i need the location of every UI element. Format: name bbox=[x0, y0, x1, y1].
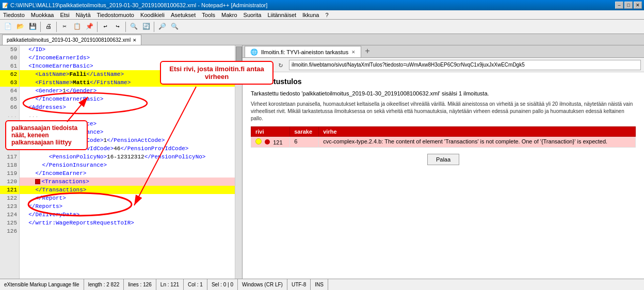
code-line-126 bbox=[20, 227, 235, 235]
line-num-60: 60 bbox=[0, 54, 19, 62]
zoom-in-button[interactable]: 🔎 bbox=[156, 21, 168, 33]
status-encoding: UTF-8 bbox=[287, 279, 311, 290]
code-line-62: <LastName>Falli</LastName> bbox=[20, 70, 235, 78]
code-line-113: <PensionInsurance> bbox=[20, 120, 235, 128]
code-line-121: </Transactions> bbox=[20, 186, 235, 194]
replace-button[interactable]: 🔄 bbox=[140, 21, 152, 33]
browser-tab-title: Ilmoitin.fi: TYVI-aineiston tarkastus bbox=[261, 49, 348, 55]
editor-panel: 59 60 61 62 63 64 65 66 ... 113 114 115 … bbox=[0, 45, 243, 279]
menu-tiedosto[interactable]: Tiedosto bbox=[0, 11, 28, 19]
open-button[interactable]: 📂 bbox=[14, 21, 26, 33]
menu-liitannaiset[interactable]: Liitännäiset bbox=[264, 11, 299, 19]
status-length: length : 2 822 bbox=[84, 279, 124, 290]
browser-panel: 🌐 Ilmoitin.fi: TYVI-aineiston tarkastus … bbox=[243, 45, 644, 279]
new-button[interactable]: 📄 bbox=[2, 21, 13, 33]
menu-bar: Tiedosto Muokkaa Etsi Näytä Tiedostomuot… bbox=[0, 10, 644, 20]
result-summary: Tarkastettu tiedosto 'palkkatietoilmoitu… bbox=[251, 90, 636, 98]
menu-nayta[interactable]: Näytä bbox=[73, 11, 94, 19]
restore-button[interactable]: □ bbox=[624, 2, 633, 9]
line-num-118: 118 bbox=[0, 161, 19, 169]
line-num-125: 125 bbox=[0, 219, 19, 227]
browser-address-bar[interactable] bbox=[289, 60, 641, 70]
browser-favicon: 🌐 bbox=[250, 49, 258, 56]
table-cell-sarake: 6 bbox=[290, 137, 319, 148]
undo-button[interactable]: ↩ bbox=[100, 21, 111, 33]
browser-toolbar: ← → ↻ bbox=[243, 58, 644, 72]
browser-tab-close[interactable]: ✕ bbox=[351, 50, 356, 55]
yellow-dot-icon bbox=[255, 138, 262, 144]
browser-active-tab[interactable]: 🌐 Ilmoitin.fi: TYVI-aineiston tarkastus … bbox=[245, 46, 361, 57]
minimize-button[interactable]: – bbox=[615, 2, 623, 9]
code-area[interactable]: </ID> </IncomeEarnerIds> <IncomeEarnerBa… bbox=[20, 45, 235, 279]
table-header-virhe: virhe bbox=[319, 127, 636, 137]
menu-etsi[interactable]: Etsi bbox=[57, 11, 72, 19]
status-lines: lines : 126 bbox=[124, 279, 156, 290]
table-header-sarake: sarake bbox=[290, 127, 319, 137]
line-num-126: 126 bbox=[0, 227, 19, 235]
code-line-66: <Addresses> bbox=[20, 103, 235, 111]
window-title: C:\WINPL\MALL19\palkkatietoilmoitus_2019… bbox=[10, 2, 267, 8]
print-button[interactable]: 🖨 bbox=[43, 21, 54, 33]
editor-tab-label: palkkatietoilmoitus_2019-01-30_201910081… bbox=[7, 37, 131, 43]
line-num-65: 65 bbox=[0, 95, 19, 103]
status-filetype: eXtensible Markup Language file bbox=[0, 279, 84, 290]
toolbar: 📄 📂 💾 🖨 ✂ 📋 📌 ↩ ↪ 🔍 🔄 🔎 🔍 bbox=[0, 20, 644, 34]
toolbar-separator-1 bbox=[40, 22, 41, 32]
scrollbar-thumb[interactable] bbox=[236, 46, 242, 62]
code-line-118: </PensionInsurance> bbox=[20, 161, 235, 169]
line-num-120: 120 bbox=[0, 178, 19, 186]
find-button[interactable]: 🔍 bbox=[128, 21, 139, 33]
status-ln: Ln : 121 bbox=[156, 279, 184, 290]
menu-tools[interactable]: Tools bbox=[199, 11, 218, 19]
line-num-114: 114 bbox=[0, 128, 19, 136]
line-num-63: 63 bbox=[0, 78, 19, 87]
toolbar-separator-5 bbox=[154, 22, 154, 32]
menu-suorita[interactable]: Suorita bbox=[240, 11, 265, 19]
result-description: Virheet korostetaan punaisella, huomautu… bbox=[251, 101, 636, 122]
table-cell-rivi: 121 bbox=[251, 137, 290, 148]
menu-asetukset[interactable]: Asetukset bbox=[168, 11, 199, 19]
line-num-59: 59 bbox=[0, 45, 19, 54]
code-line-120: <Transactions> bbox=[20, 178, 235, 186]
editor-tab-file[interactable]: palkkatietoilmoitus_2019-01-30_201910081… bbox=[2, 35, 141, 45]
menu-help[interactable]: ? bbox=[322, 11, 331, 19]
palaa-button[interactable]: Palaa bbox=[427, 154, 459, 165]
code-line-114: <PensionInsurance> bbox=[20, 128, 235, 136]
code-line-123: </Reports> bbox=[20, 202, 235, 211]
line-num-117: 117 bbox=[0, 153, 19, 161]
editor-tab-bar: palkkatietoilmoitus_2019-01-30_201910081… bbox=[0, 34, 644, 45]
browser-forward-button[interactable]: → bbox=[260, 59, 272, 71]
cut-button[interactable]: ✂ bbox=[59, 21, 70, 33]
line-num-113: 113 bbox=[0, 120, 19, 128]
paste-button[interactable]: 📌 bbox=[84, 21, 95, 33]
zoom-out-button[interactable]: 🔍 bbox=[169, 21, 180, 33]
redo-button[interactable]: ↪ bbox=[112, 21, 123, 33]
code-line-115: <PensionActCode>1</PensionActCode> bbox=[20, 136, 235, 144]
browser-refresh-button[interactable]: ↻ bbox=[275, 59, 287, 71]
toolbar-separator-3 bbox=[97, 22, 98, 32]
menu-koodikieli[interactable]: Koodikieli bbox=[137, 11, 168, 19]
table-cell-virhe: cvc-complex-type.2.4.b: The content of e… bbox=[319, 137, 636, 148]
code-line-125: </wrtir:WageReportsRequestToIR> bbox=[20, 219, 235, 227]
browser-new-tab-button[interactable]: + bbox=[361, 46, 374, 57]
status-sel: Sel : 0 | 0 bbox=[207, 279, 238, 290]
status-bar: eXtensible Markup Language file length :… bbox=[0, 279, 644, 290]
menu-makro[interactable]: Makro bbox=[218, 11, 240, 19]
line-num-124: 124 bbox=[0, 211, 19, 219]
close-button[interactable]: ✕ bbox=[634, 2, 642, 9]
code-line-117: <PensionPolicyNo>16-12312312</PensionPol… bbox=[20, 153, 235, 161]
menu-tiedostomuoto[interactable]: Tiedostomuoto bbox=[94, 11, 137, 19]
line-num-122: 122 bbox=[0, 194, 19, 202]
main-content: 59 60 61 62 63 64 65 66 ... 113 114 115 … bbox=[0, 45, 644, 279]
copy-button[interactable]: 📋 bbox=[71, 21, 83, 33]
editor-tab-close[interactable]: ✕ bbox=[133, 38, 137, 43]
code-line-122: </Report> bbox=[20, 194, 235, 202]
error-table: rivi sarake virhe 121 6 cvc-complex-type… bbox=[251, 126, 636, 148]
menu-ikkuna[interactable]: Ikkuna bbox=[299, 11, 322, 19]
status-col: Col : 1 bbox=[184, 279, 207, 290]
save-button[interactable]: 💾 bbox=[27, 21, 38, 33]
menu-muokkaa[interactable]: Muokkaa bbox=[28, 11, 57, 19]
toolbar-separator-2 bbox=[56, 22, 57, 32]
editor-scrollbar[interactable] bbox=[235, 45, 242, 279]
browser-back-button[interactable]: ← bbox=[246, 59, 258, 71]
